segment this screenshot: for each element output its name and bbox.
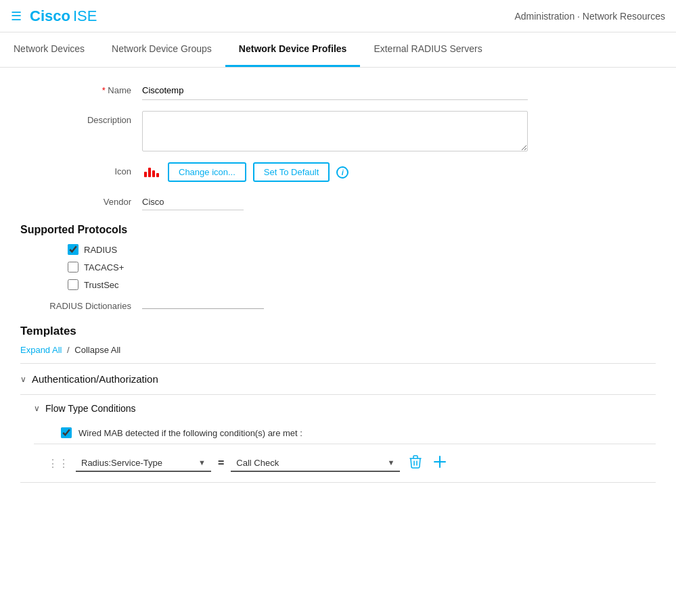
service-type-dropdown[interactable]: Radius:Service-Type ▼ — [76, 455, 211, 472]
tacacs-checkbox[interactable] — [68, 262, 78, 273]
value-dropdown[interactable]: Call Check ▼ — [231, 455, 400, 472]
trustsec-checkbox[interactable] — [68, 279, 78, 290]
accordion-auth-authz: ∨ Authentication/Authorization — [20, 364, 656, 395]
radius-row: RADIUS — [20, 244, 656, 255]
info-icon[interactable]: i — [336, 166, 348, 179]
condition-row: ⋮⋮ Radius:Service-Type ▼ = Call Check ▼ — [34, 444, 656, 482]
tab-network-device-profiles[interactable]: Network Device Profiles — [225, 32, 361, 67]
main-content: * Name Description Icon Change icon... S… — [0, 68, 676, 496]
collapse-all-text[interactable]: Collapse All — [74, 345, 120, 355]
description-row: Description — [20, 111, 656, 151]
set-to-default-button[interactable]: Set To Default — [253, 162, 330, 182]
dictionaries-label: RADIUS Dictionaries — [20, 301, 142, 311]
accordion-flow-type-header[interactable]: ∨ Flow Type Conditions — [20, 395, 656, 422]
supported-protocols-title: Supported Protocols — [20, 224, 656, 236]
chevron-icon: ∨ — [20, 375, 26, 384]
add-condition-button[interactable] — [431, 453, 449, 474]
breadcrumb: Administration · Network Resources — [514, 11, 665, 22]
cisco-icon — [142, 166, 161, 179]
trustsec-row: TrustSec — [20, 279, 656, 290]
service-type-chevron: ▼ — [198, 458, 206, 467]
icon-row: Icon Change icon... Set To Default i — [20, 162, 656, 182]
accordion-flow-type: ∨ Flow Type Conditions Wired MAB detecte… — [20, 395, 656, 483]
separator: / — [67, 345, 72, 355]
drag-handle[interactable]: ⋮⋮ — [47, 457, 69, 470]
flow-type-content: Wired MAB detected if the following cond… — [20, 422, 656, 482]
wired-mab-label[interactable]: Wired MAB detected if the following cond… — [78, 428, 302, 438]
wired-mab-checkbox[interactable] — [61, 427, 72, 438]
description-label: Description — [20, 111, 142, 125]
templates-title: Templates — [20, 325, 656, 338]
name-label: * Name — [20, 81, 142, 95]
menu-icon[interactable]: ☰ — [11, 9, 22, 24]
nav-tabs: Network Devices Network Device Groups Ne… — [0, 32, 676, 68]
change-icon-button[interactable]: Change icon... — [168, 162, 246, 182]
tab-network-device-groups[interactable]: Network Device Groups — [98, 32, 225, 67]
tacacs-row: TACACS+ — [20, 262, 656, 273]
value-chevron: ▼ — [387, 458, 395, 467]
logo-ise: ISE — [73, 7, 97, 25]
vendor-row: Vendor Cisco — [20, 193, 656, 210]
trustsec-label[interactable]: TrustSec — [84, 280, 119, 290]
app-logo: Cisco ISE — [30, 7, 97, 25]
expand-all-link[interactable]: Expand All — [20, 345, 62, 355]
top-header: ☰ Cisco ISE Administration · Network Res… — [0, 0, 676, 32]
name-input[interactable] — [142, 81, 528, 100]
radius-checkbox[interactable] — [68, 244, 78, 255]
plus-icon — [434, 456, 446, 468]
service-type-value: Radius:Service-Type — [81, 458, 162, 468]
delete-condition-button[interactable] — [407, 452, 424, 474]
wired-mab-row: Wired MAB detected if the following cond… — [34, 422, 656, 444]
radius-label[interactable]: RADIUS — [84, 245, 117, 255]
tacacs-label[interactable]: TACACS+ — [84, 262, 124, 273]
dictionaries-dropdown[interactable] — [142, 303, 264, 309]
tab-network-devices[interactable]: Network Devices — [0, 32, 98, 67]
tab-external-radius-servers[interactable]: External RADIUS Servers — [360, 32, 495, 67]
vendor-label: Vendor — [20, 193, 142, 207]
dictionaries-row: RADIUS Dictionaries — [20, 301, 656, 311]
vendor-value: Cisco — [142, 193, 244, 210]
expand-collapse-row: Expand All / Collapse All — [20, 345, 656, 355]
description-input[interactable] — [142, 111, 528, 151]
equals-sign: = — [218, 457, 224, 469]
icon-label: Icon — [20, 162, 142, 176]
logo-cisco: Cisco — [30, 7, 70, 25]
accordion-auth-authz-header[interactable]: ∨ Authentication/Authorization — [20, 364, 656, 394]
chevron-icon-flow: ∨ — [34, 404, 40, 413]
trash-icon — [409, 455, 422, 469]
accordion-flow-type-label: Flow Type Conditions — [45, 403, 136, 414]
value-label: Call Check — [236, 458, 279, 468]
accordion-auth-authz-label: Authentication/Authorization — [32, 373, 158, 385]
icon-controls: Change icon... Set To Default i — [142, 162, 348, 182]
name-row: * Name — [20, 81, 656, 100]
